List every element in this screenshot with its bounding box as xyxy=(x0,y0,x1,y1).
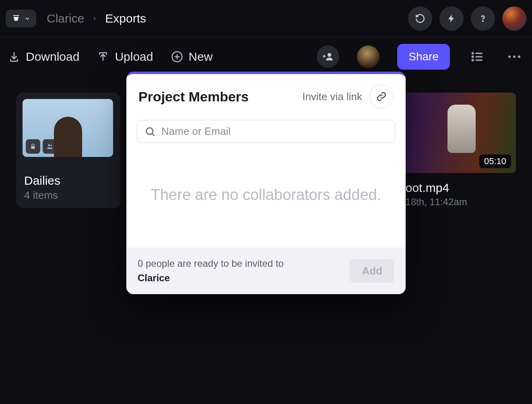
chevron-down-icon xyxy=(24,15,31,22)
svg-point-7 xyxy=(513,56,516,58)
breadcrumb-current: Exports xyxy=(105,12,146,25)
lock-icon xyxy=(26,139,40,154)
more-button[interactable] xyxy=(505,47,524,66)
new-label: New xyxy=(189,50,213,64)
download-label: Download xyxy=(26,50,79,64)
search-icon xyxy=(144,126,156,137)
svg-point-0 xyxy=(483,21,483,21)
video-duration-badge: 05:10 xyxy=(479,155,511,168)
folder-card-dailies[interactable]: Dailies 4 items xyxy=(16,93,121,208)
svg-point-8 xyxy=(518,56,520,58)
svg-point-2 xyxy=(328,53,331,57)
copy-link-button[interactable] xyxy=(369,85,394,109)
upload-button[interactable]: Upload xyxy=(97,50,153,64)
people-icon xyxy=(43,139,57,154)
refresh-button[interactable] xyxy=(408,6,432,31)
breadcrumb: Clarice Exports xyxy=(47,12,146,25)
user-avatar[interactable] xyxy=(502,6,526,31)
invite-via-link-button[interactable]: Invite via link xyxy=(302,91,362,103)
svg-point-10 xyxy=(48,144,50,146)
share-button[interactable]: Share xyxy=(397,44,450,70)
member-search-input[interactable] xyxy=(161,125,388,138)
folder-thumbnail xyxy=(23,99,113,157)
svg-point-11 xyxy=(50,145,52,146)
svg-point-6 xyxy=(508,56,511,58)
list-view-button[interactable] xyxy=(468,47,487,66)
folder-title: Dailies xyxy=(23,174,114,188)
new-button[interactable]: New xyxy=(171,50,213,64)
add-button[interactable]: Add xyxy=(350,259,394,283)
app-logo-icon xyxy=(11,14,21,23)
help-button[interactable] xyxy=(471,6,495,31)
empty-state-text: There are no collaborators added. xyxy=(126,143,406,247)
svg-point-5 xyxy=(472,60,473,61)
lightning-button[interactable] xyxy=(439,6,464,31)
svg-point-3 xyxy=(472,53,473,54)
modal-title: Project Members xyxy=(138,89,249,105)
svg-point-12 xyxy=(146,128,153,134)
footer-invite-count: 0 people are ready to be invited to Clar… xyxy=(138,256,284,285)
add-person-button[interactable] xyxy=(317,45,339,68)
breadcrumb-parent[interactable]: Clarice xyxy=(47,12,84,25)
member-search-field[interactable] xyxy=(137,120,395,143)
folder-subtitle: 4 items xyxy=(23,189,114,202)
app-menu-button[interactable] xyxy=(6,10,36,27)
project-members-modal: Project Members Invite via link There ar… xyxy=(126,72,406,294)
upload-label: Upload xyxy=(115,50,153,64)
chevron-right-icon xyxy=(91,15,98,22)
collaborator-avatar[interactable] xyxy=(357,45,379,68)
svg-point-4 xyxy=(472,56,473,58)
svg-rect-9 xyxy=(31,146,35,149)
download-button[interactable]: Download xyxy=(8,50,79,64)
